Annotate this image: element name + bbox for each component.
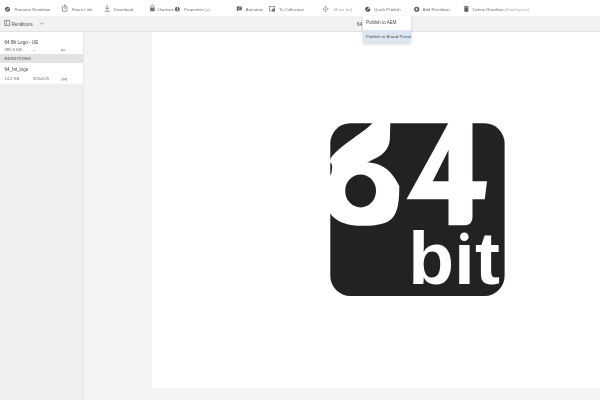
- svg-text:To Collection: To Collection: [279, 7, 304, 12]
- svg-text:Quick Publish: Quick Publish: [374, 7, 401, 12]
- svg-text:Share Link: Share Link: [72, 7, 94, 12]
- svg-text:Renditions: Renditions: [12, 22, 34, 27]
- svg-text:ps: ps: [61, 47, 65, 52]
- svg-text:64_bit_logo: 64_bit_logo: [5, 67, 29, 72]
- svg-text:985.5 KB: 985.5 KB: [5, 47, 22, 52]
- svg-text:Delete Rendition (backspace): Delete Rendition (backspace): [473, 7, 531, 12]
- svg-text:64 Bit Logo - UE: 64 Bit Logo - UE: [5, 40, 39, 45]
- svg-text:jpg: jpg: [61, 76, 68, 81]
- svg-text:Add Rendition: Add Rendition: [423, 7, 451, 12]
- svg-text:-: -: [33, 47, 35, 52]
- svg-text:bit: bit: [408, 216, 500, 300]
- svg-text:525x525: 525x525: [33, 76, 50, 81]
- svg-text:Annotate: Annotate: [246, 7, 264, 12]
- svg-text:Download: Download: [114, 7, 134, 12]
- svg-text:Properties (p): Properties (p): [184, 7, 211, 12]
- svg-text:RENDITIONS: RENDITIONS: [5, 56, 32, 61]
- svg-text:Checkout: Checkout: [157, 7, 174, 12]
- svg-text:Move (m): Move (m): [334, 7, 353, 12]
- svg-text:Rename Rendition: Rename Rendition: [15, 7, 52, 12]
- svg-text:14.2 KB: 14.2 KB: [5, 76, 20, 81]
